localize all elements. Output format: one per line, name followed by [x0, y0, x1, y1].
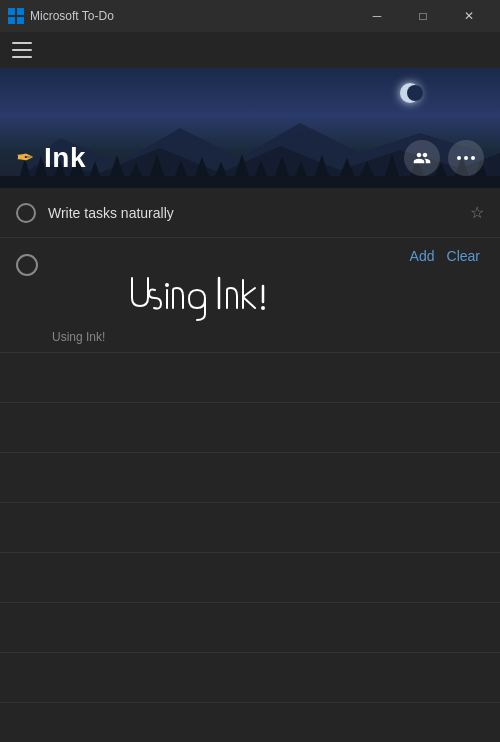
- title-bar: Microsoft To-Do ─ □ ✕: [0, 0, 500, 32]
- task-checkbox[interactable]: [16, 203, 36, 223]
- hamburger-menu[interactable]: [12, 42, 32, 58]
- ink-writing-area: Add Clear: [50, 246, 484, 344]
- hero-left: ✒ Ink: [16, 142, 86, 174]
- svg-point-34: [261, 306, 265, 310]
- ink-input-row: Add Clear: [16, 246, 484, 344]
- window-controls: ─ □ ✕: [354, 0, 492, 32]
- ink-strokes: [50, 268, 484, 328]
- empty-line: [0, 403, 500, 453]
- empty-line: [0, 653, 500, 703]
- ink-input-area: Add Clear: [0, 238, 500, 353]
- star-icon[interactable]: ☆: [470, 203, 484, 222]
- task-text: Write tasks naturally: [48, 205, 458, 221]
- pen-icon: ✒: [16, 145, 34, 171]
- minimize-button[interactable]: ─: [354, 0, 400, 32]
- svg-rect-0: [8, 8, 15, 15]
- hero-header: ✒ Ink: [0, 68, 500, 188]
- app-title: Microsoft To-Do: [30, 9, 114, 23]
- more-icon: [457, 156, 475, 160]
- more-options-button[interactable]: [448, 140, 484, 176]
- ink-canvas-container[interactable]: [50, 268, 484, 328]
- svg-point-30: [457, 156, 461, 160]
- add-person-icon: [413, 149, 431, 167]
- svg-rect-3: [17, 17, 24, 24]
- empty-line: [0, 353, 500, 403]
- title-bar-left: Microsoft To-Do: [8, 8, 114, 24]
- menu-bar: [0, 32, 500, 68]
- moon-decoration: [400, 83, 420, 103]
- app-icon: [8, 8, 24, 24]
- list-title: Ink: [44, 142, 86, 174]
- add-person-button[interactable]: [404, 140, 440, 176]
- empty-line: [0, 503, 500, 553]
- task-item: Write tasks naturally ☆: [0, 188, 500, 238]
- empty-line: [0, 553, 500, 603]
- hamburger-line-2: [12, 49, 32, 51]
- hamburger-line-3: [12, 56, 32, 58]
- hero-actions: [404, 140, 484, 176]
- ink-checkbox[interactable]: [16, 254, 38, 276]
- svg-rect-2: [8, 17, 15, 24]
- svg-point-32: [471, 156, 475, 160]
- hero-content: ✒ Ink: [0, 140, 500, 188]
- maximize-button[interactable]: □: [400, 0, 446, 32]
- hamburger-line-1: [12, 42, 32, 44]
- close-button[interactable]: ✕: [446, 0, 492, 32]
- add-button[interactable]: Add: [406, 246, 439, 266]
- svg-rect-1: [17, 8, 24, 15]
- svg-point-31: [464, 156, 468, 160]
- empty-line: [0, 453, 500, 503]
- ink-recognized-text: Using Ink!: [50, 330, 484, 344]
- empty-line: [0, 703, 500, 742]
- svg-point-33: [165, 283, 169, 287]
- ink-toolbar: Add Clear: [50, 246, 484, 266]
- task-list: Write tasks naturally ☆ Add Clear: [0, 188, 500, 742]
- clear-button[interactable]: Clear: [443, 246, 484, 266]
- empty-line: [0, 603, 500, 653]
